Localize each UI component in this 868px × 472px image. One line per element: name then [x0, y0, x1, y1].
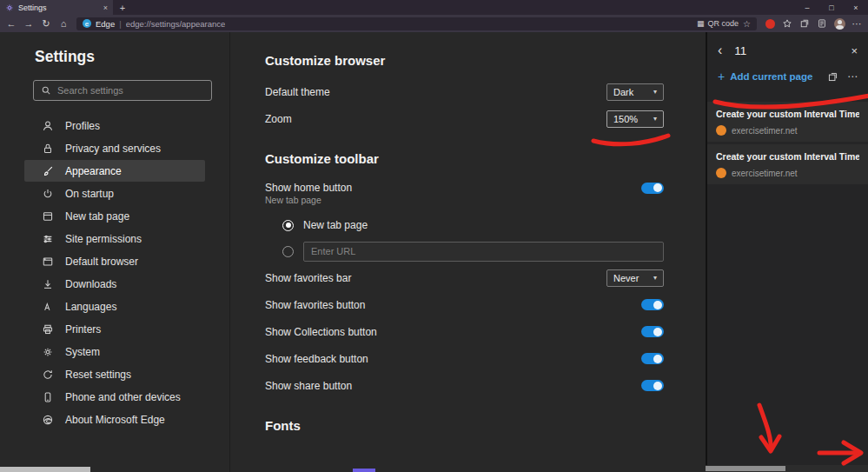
- sliders-icon: [42, 233, 54, 245]
- download-icon: [42, 278, 54, 290]
- show-share-button-toggle[interactable]: [641, 380, 664, 391]
- sidebar-item-label: Profiles: [65, 120, 100, 132]
- panel-close-icon[interactable]: ×: [851, 44, 858, 57]
- fonts-heading: Fonts: [265, 418, 664, 433]
- sidebar-item-site-permissions[interactable]: Site permissions: [24, 228, 205, 249]
- edge-logo-icon: [42, 414, 54, 426]
- minimize-button[interactable]: –: [795, 0, 819, 15]
- close-button[interactable]: ×: [844, 0, 868, 15]
- forward-icon[interactable]: →: [21, 17, 36, 30]
- gear-icon: [42, 346, 54, 358]
- settings-more-icon[interactable]: ⋯: [849, 17, 865, 30]
- favorites-toolbar-icon[interactable]: [779, 17, 795, 30]
- window-controls: – □ ×: [795, 0, 868, 15]
- extension-icon-red[interactable]: [762, 17, 778, 30]
- qr-code-label: QR code: [708, 19, 739, 28]
- chevron-down-icon: ▾: [653, 88, 657, 96]
- sidebar-item-label: About Microsoft Edge: [65, 414, 165, 426]
- settings-searchbox[interactable]: [33, 80, 212, 101]
- zoom-value: 150%: [613, 114, 638, 124]
- sidebar-item-label: Reset settings: [65, 369, 131, 381]
- settings-nav: Profiles Privacy and services Appearance…: [0, 115, 229, 430]
- sidebar-item-languages[interactable]: Languages: [24, 296, 205, 317]
- collection-item-title: Create your custom Interval Timer - Exer: [716, 151, 859, 162]
- home-icon[interactable]: ⌂: [56, 17, 71, 30]
- page-toolbar-icon[interactable]: [814, 17, 830, 30]
- sidebar-item-label: New tab page: [65, 210, 129, 223]
- sidebar-item-new-tab-page[interactable]: New tab page: [24, 205, 205, 227]
- panel-scrollbar-thumb[interactable]: [706, 466, 785, 471]
- tab-page-icon: [42, 210, 54, 223]
- favorites-bar-value: Never: [613, 273, 639, 283]
- search-input[interactable]: [57, 85, 204, 96]
- show-home-button-toggle[interactable]: [641, 183, 664, 194]
- qr-code-button[interactable]: ▦ QR code: [697, 19, 739, 28]
- appearance-settings-main: Customize browser Default theme Dark ▾ Z…: [230, 32, 706, 472]
- sidebar-item-on-startup[interactable]: On startup: [24, 183, 205, 204]
- sidebar-item-appearance[interactable]: Appearance: [24, 160, 205, 182]
- collection-item[interactable]: Create your custom Interval Timer - Exer…: [707, 102, 868, 142]
- person-icon: [42, 120, 54, 132]
- tab-close-icon[interactable]: ×: [103, 3, 108, 12]
- show-favorites-button-toggle[interactable]: [641, 299, 664, 310]
- collections-icon[interactable]: [827, 71, 838, 83]
- newtab-radio[interactable]: [282, 220, 294, 231]
- custom-url-radio[interactable]: [282, 246, 294, 257]
- qr-code-icon: ▦: [697, 19, 705, 28]
- phone-icon: [42, 391, 54, 403]
- tab-settings[interactable]: Settings ×: [0, 0, 113, 15]
- browser-window-icon: [42, 256, 54, 268]
- newtab-radio-label: New tab page: [303, 219, 368, 231]
- sidebar-item-privacy[interactable]: Privacy and services: [24, 137, 205, 159]
- sidebar-item-printers[interactable]: Printers: [24, 318, 205, 340]
- collection-item-domain: exercisetimer.net: [732, 126, 798, 136]
- sidebar-item-label: Site permissions: [65, 233, 142, 245]
- sidebar-item-label: System: [65, 346, 100, 358]
- zoom-dropdown[interactable]: 150% ▾: [606, 110, 664, 128]
- collections-toolbar-icon[interactable]: [797, 17, 812, 30]
- reset-icon: [42, 369, 54, 381]
- sidebar-item-reset-settings[interactable]: Reset settings: [24, 363, 205, 385]
- back-chevron-icon[interactable]: ‹: [718, 43, 722, 57]
- favorites-bar-dropdown[interactable]: Never ▾: [606, 269, 664, 287]
- sidebar-item-label: On startup: [65, 188, 114, 200]
- sidebar-item-label: Printers: [65, 323, 101, 336]
- home-url-input[interactable]: [303, 242, 664, 262]
- back-icon[interactable]: ←: [3, 17, 19, 30]
- sidebar-item-phone-devices[interactable]: Phone and other devices: [24, 386, 205, 408]
- maximize-button[interactable]: □: [819, 0, 844, 15]
- language-icon: [42, 301, 54, 313]
- sidebar-item-profiles[interactable]: Profiles: [24, 115, 205, 136]
- home-newtab-radio-row: New tab page: [282, 212, 664, 238]
- profile-avatar[interactable]: [832, 17, 847, 30]
- new-tab-button[interactable]: +: [113, 0, 132, 15]
- refresh-icon[interactable]: ↻: [38, 17, 54, 30]
- sidebar-item-about-edge[interactable]: About Microsoft Edge: [24, 409, 205, 430]
- collection-item[interactable]: Create your custom Interval Timer - Exer…: [707, 144, 868, 184]
- address-bar[interactable]: e Edge | edge://settings/appearance ▦ QR…: [76, 17, 757, 30]
- chevron-down-icon: ▾: [653, 115, 657, 123]
- panel-more-icon[interactable]: ⋯: [847, 70, 858, 83]
- add-favorite-star-icon[interactable]: ☆: [743, 19, 751, 29]
- show-favorites-button-label: Show favorites button: [265, 299, 365, 311]
- browser-toolbar: ← → ↻ ⌂ e Edge | edge://settings/appeara…: [0, 15, 868, 32]
- show-collections-button-toggle[interactable]: [641, 326, 664, 337]
- collection-title: 11: [734, 44, 746, 57]
- power-icon: [42, 188, 54, 200]
- sidebar-item-downloads[interactable]: Downloads: [24, 273, 205, 295]
- collection-items: Create your custom Interval Timer - Exer…: [707, 102, 868, 187]
- sidebar-item-system[interactable]: System: [24, 341, 205, 362]
- sidebar-item-label: Phone and other devices: [65, 391, 181, 403]
- add-current-page-button[interactable]: Add current page: [730, 71, 812, 82]
- bottom-left-scrollbar-thumb[interactable]: [0, 467, 90, 472]
- default-theme-dropdown[interactable]: Dark ▾: [606, 83, 664, 101]
- sidebar-item-label: Privacy and services: [65, 143, 161, 155]
- chevron-down-icon: ▾: [653, 274, 657, 282]
- sidebar-item-label: Languages: [65, 301, 116, 313]
- zoom-row: Zoom 150% ▾: [265, 105, 664, 132]
- show-home-button-label: Show home button: [265, 182, 352, 194]
- sidebar-item-default-browser[interactable]: Default browser: [24, 250, 205, 272]
- show-feedback-button-toggle[interactable]: [641, 353, 664, 364]
- lock-icon: [42, 143, 54, 155]
- address-separator: |: [119, 19, 121, 29]
